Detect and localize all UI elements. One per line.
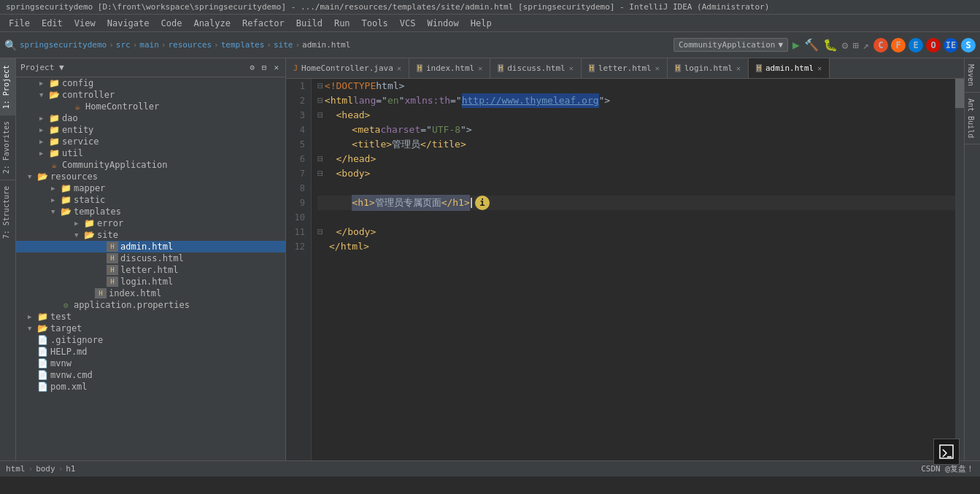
chrome-icon[interactable]: C <box>873 38 888 53</box>
tree-item-entity[interactable]: ▶ 📁 entity <box>16 124 285 136</box>
breadcrumb-file[interactable]: admin.html <box>302 40 350 50</box>
breadcrumb-src[interactable]: src <box>116 40 131 50</box>
fold-icon[interactable]: ⊟ <box>317 108 323 123</box>
breadcrumb-resources[interactable]: resources <box>168 40 212 50</box>
menu-navigate[interactable]: Navigate <box>101 17 155 30</box>
menu-file[interactable]: File <box>3 17 36 30</box>
tree-item-pom[interactable]: 📄 pom.xml <box>16 381 285 393</box>
arrow-icon: ▼ <box>28 325 36 332</box>
menu-edit[interactable]: Edit <box>36 17 69 30</box>
tree-item-mvnw[interactable]: 📄 mvnw <box>16 358 285 369</box>
tree-item-communityapp[interactable]: ☕ CommunityApplication <box>16 159 285 171</box>
fold-icon[interactable]: ⊟ <box>317 225 323 239</box>
search-icon[interactable]: 🔍 <box>4 39 17 51</box>
run-button[interactable]: ▶ <box>792 38 800 52</box>
tab-discuss[interactable]: H discuss.html ✕ <box>490 58 582 78</box>
tree-item-app-props[interactable]: ⚙ application.properties <box>16 299 285 311</box>
tree-item-index-html[interactable]: H index.html <box>16 287 285 299</box>
tab-close-icon[interactable]: ✕ <box>655 64 660 72</box>
line-num: 3 <box>292 108 305 123</box>
terminal-icon[interactable] <box>933 439 960 465</box>
menu-vcs[interactable]: VCS <box>394 17 422 30</box>
fold-icon[interactable]: ⊟ <box>317 152 323 166</box>
ie-icon[interactable]: IE <box>944 38 958 53</box>
tab-close-icon[interactable]: ✕ <box>569 64 574 72</box>
tree-item-login-html[interactable]: H login.html <box>16 276 285 287</box>
menu-refactor[interactable]: Refactor <box>236 17 290 30</box>
tree-item-letter-html[interactable]: H letter.html <box>16 264 285 276</box>
scroll-indicator[interactable] <box>955 79 964 460</box>
tree-item-mapper[interactable]: ▶ 📁 mapper <box>16 182 285 194</box>
arrow-icon: ▼ <box>28 173 36 180</box>
firefox-icon[interactable]: F <box>891 38 906 53</box>
menu-run[interactable]: Run <box>328 17 356 30</box>
html-file-icon: H <box>756 64 762 72</box>
tree-collapse-icon[interactable]: ⊟ <box>260 62 269 73</box>
arrow-icon: ▶ <box>39 80 48 87</box>
status-csdn: CSDN @复盘！ <box>921 463 974 474</box>
maven-tab[interactable]: Maven <box>965 58 980 93</box>
tree-item-resources[interactable]: ▼ 📂 resources <box>16 171 285 182</box>
share-button[interactable]: ↗ <box>863 39 869 51</box>
terminal-button[interactable]: ⊞ <box>852 39 858 51</box>
menu-window[interactable]: Window <box>421 17 464 30</box>
tree-item-controller[interactable]: ▼ 📂 controller <box>16 89 285 101</box>
debug-button[interactable]: 🐛 <box>823 38 838 52</box>
breadcrumb-templates[interactable]: templates <box>221 40 265 50</box>
tab-close-icon[interactable]: ✕ <box>397 64 401 72</box>
safari-icon[interactable]: S <box>961 38 976 53</box>
item-label: .gitignore <box>50 335 103 345</box>
tree-item-help[interactable]: 📄 HELP.md <box>16 346 285 358</box>
tab-close-icon[interactable]: ✕ <box>736 64 741 72</box>
fold-icon[interactable]: ⊟ <box>317 166 323 181</box>
tree-item-dao[interactable]: ▶ 📁 dao <box>16 112 285 124</box>
tree-item-discuss-html[interactable]: H discuss.html <box>16 252 285 264</box>
menu-code[interactable]: Code <box>155 17 188 30</box>
settings-button[interactable]: ⚙ <box>842 39 848 51</box>
tree-item-target[interactable]: ▼ 📂 target <box>16 323 285 334</box>
menu-help[interactable]: Help <box>465 17 498 30</box>
tree-item-templates[interactable]: ▼ 📂 templates <box>16 206 285 217</box>
ant-build-tab[interactable]: Ant Build <box>965 93 980 144</box>
project-tab[interactable]: 1: Project <box>0 58 15 115</box>
tree-item-mvnwcmd[interactable]: 📄 mvnw.cmd <box>16 369 285 381</box>
build-button[interactable]: 🔨 <box>804 38 819 52</box>
opera-icon[interactable]: O <box>926 38 941 53</box>
menu-build[interactable]: Build <box>290 17 328 30</box>
tree-item-homecontroller[interactable]: ☕ HomeController <box>16 101 285 112</box>
tab-close-icon[interactable]: ✕ <box>817 64 822 72</box>
tab-index[interactable]: H index.html ✕ <box>409 58 490 78</box>
tab-close-icon[interactable]: ✕ <box>478 64 482 72</box>
tab-login[interactable]: H login.html ✕ <box>668 58 749 78</box>
menu-analyze[interactable]: Analyze <box>188 17 236 30</box>
menu-view[interactable]: View <box>69 17 101 30</box>
tree-item-gitignore[interactable]: 📄 .gitignore <box>16 334 285 346</box>
tree-item-error[interactable]: ▶ 📁 error <box>16 217 285 229</box>
breadcrumb-main[interactable]: main <box>139 40 159 50</box>
tree-item-config[interactable]: ▶ 📁 config <box>16 77 285 89</box>
code-editor[interactable]: 1 2 3 4 5 6 7 8 9 10 11 12 ⊟ <box>286 79 964 460</box>
tree-close-icon[interactable]: ✕ <box>271 62 281 73</box>
tree-item-test[interactable]: ▶ 📁 test <box>16 311 285 323</box>
scroll-thumb[interactable] <box>955 79 964 108</box>
item-label: config <box>62 78 93 88</box>
tree-item-static[interactable]: ▶ 📁 static <box>16 194 285 206</box>
tab-admin[interactable]: H admin.html ✕ <box>749 58 830 78</box>
breadcrumb-site[interactable]: site <box>274 40 293 50</box>
tree-item-site[interactable]: ▼ 📂 site <box>16 229 285 241</box>
tree-item-util[interactable]: ▶ 📁 util <box>16 147 285 159</box>
favorites-tab[interactable]: 2: Favorites <box>0 115 15 180</box>
menu-tools[interactable]: Tools <box>356 17 394 30</box>
fold-icon[interactable]: ⊟ <box>317 79 323 93</box>
tree-gear-icon[interactable]: ⚙ <box>247 62 257 73</box>
tree-item-admin-html[interactable]: H admin.html <box>16 241 285 252</box>
tab-letter[interactable]: H letter.html ✕ <box>582 58 668 78</box>
tree-item-service[interactable]: ▶ 📁 service <box>16 136 285 147</box>
structure-tab[interactable]: 7: Structure <box>0 180 15 244</box>
tab-homecontroller[interactable]: J HomeController.java ✕ <box>286 58 409 78</box>
app-selector[interactable]: CommunityApplication ▼ <box>674 38 788 52</box>
breadcrumb-project[interactable]: springsecuritydemo <box>20 40 107 50</box>
item-label: letter.html <box>120 265 178 275</box>
fold-icon[interactable]: ⊟ <box>317 93 323 108</box>
edge-icon[interactable]: E <box>908 38 923 53</box>
